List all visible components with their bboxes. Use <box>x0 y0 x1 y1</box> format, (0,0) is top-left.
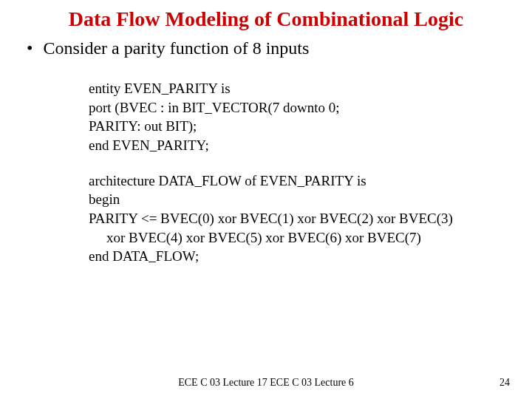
slide: Data Flow Modeling of Combinational Logi… <box>0 0 532 399</box>
bullet-item: • Consider a parity function of 8 inputs <box>22 38 510 58</box>
code-line: begin <box>89 190 510 209</box>
page-number: 24 <box>499 377 510 389</box>
bullet-text: Consider a parity function of 8 inputs <box>43 38 309 58</box>
slide-title: Data Flow Modeling of Combinational Logi… <box>52 7 480 31</box>
bullet-marker: • <box>27 38 33 58</box>
code-line: end DATA_FLOW; <box>89 247 510 266</box>
code-line: entity EVEN_PARITY is <box>89 79 510 98</box>
code-block-entity: entity EVEN_PARITY is port (BVEC : in BI… <box>89 79 510 155</box>
code-line: PARITY: out BIT); <box>89 117 510 136</box>
code-line: port (BVEC : in BIT_VECTOR(7 downto 0; <box>89 98 510 117</box>
code-line: xor BVEC(4) xor BVEC(5) xor BVEC(6) xor … <box>89 228 510 248</box>
code-line: PARITY <= BVEC(0) xor BVEC(1) xor BVEC(2… <box>89 209 510 228</box>
code-line: architecture DATA_FLOW of EVEN_PARITY is <box>89 171 510 191</box>
footer-center: ECE C 03 Lecture 17 ECE C 03 Lecture 6 <box>0 377 532 389</box>
code-line: end EVEN_PARITY; <box>89 136 510 155</box>
code-block-architecture: architecture DATA_FLOW of EVEN_PARITY is… <box>89 171 510 266</box>
